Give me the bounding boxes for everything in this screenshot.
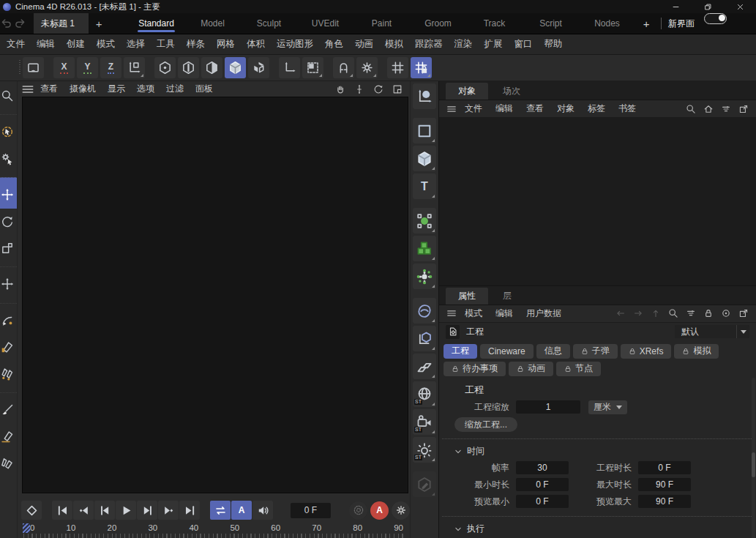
history-forward-icon[interactable]: [631, 308, 645, 318]
attribute-manager-menu-0[interactable]: 模式: [458, 307, 489, 320]
rotate-tool[interactable]: [0, 209, 17, 235]
volume-builder[interactable]: [413, 236, 436, 261]
sound-toggle-button[interactable]: [252, 501, 273, 520]
menubar-item-8[interactable]: 体积: [241, 38, 271, 51]
object-manager-menu-1[interactable]: 编辑: [489, 102, 520, 115]
scrollbar[interactable]: [752, 378, 755, 538]
timeline-ruler[interactable]: 0102030405060708090: [18, 523, 410, 538]
viewport-menu-1[interactable]: 摄像机: [64, 83, 102, 95]
texture-mode-button[interactable]: [248, 57, 269, 78]
layout-tab-paint[interactable]: Paint: [353, 13, 410, 34]
attribute-manager-tab-0[interactable]: 属性: [446, 288, 488, 305]
spline-arc-pen-tool[interactable]: [0, 303, 17, 335]
close-button[interactable]: [724, 0, 756, 13]
deformer-object[interactable]: [413, 298, 436, 324]
move-tool[interactable]: [0, 177, 17, 209]
document-tab[interactable]: 未标题 1: [34, 13, 89, 34]
object-manager-menu-5[interactable]: 书签: [612, 102, 643, 115]
instance-object[interactable]: [413, 326, 436, 351]
next-key-button[interactable]: [158, 501, 179, 520]
viewport-menu-icon[interactable]: [21, 83, 34, 96]
viewport-menu-3[interactable]: 选项: [131, 83, 160, 95]
zoom-view-icon[interactable]: [353, 84, 366, 94]
new-interface-toggle[interactable]: [704, 13, 727, 24]
current-frame-field[interactable]: 0 F: [291, 503, 331, 518]
coordinate-system-button[interactable]: [124, 57, 145, 78]
menubar-item-2[interactable]: 创建: [61, 38, 91, 51]
menubar-item-14[interactable]: 渲染: [449, 38, 479, 51]
lock-z-axis-button[interactable]: Z: [100, 57, 121, 78]
menubar-item-0[interactable]: 文件: [1, 38, 31, 51]
layout-tab-standard[interactable]: Standard: [128, 13, 184, 34]
history-back-icon[interactable]: [613, 308, 627, 318]
minimize-button[interactable]: [659, 0, 692, 13]
rotate-view-icon[interactable]: [372, 84, 385, 94]
time-section-header[interactable]: 时间: [439, 444, 756, 460]
edges-mode-button[interactable]: [201, 57, 222, 78]
menubar-item-17[interactable]: 帮助: [539, 38, 569, 51]
tweak-tool[interactable]: [0, 146, 17, 172]
redo-icon[interactable]: [13, 13, 26, 34]
filter-icon[interactable]: [719, 104, 733, 114]
scale-project-button[interactable]: 缩放工程...: [454, 417, 517, 432]
object-manager-menu-4[interactable]: 标签: [581, 102, 612, 115]
field-0[interactable]: 30: [516, 461, 569, 474]
field-3[interactable]: 90 F: [638, 478, 691, 491]
snap-button[interactable]: [333, 57, 354, 78]
next-frame-button[interactable]: [137, 501, 157, 520]
spline-pen-object[interactable]: [413, 83, 436, 109]
zoom-tool[interactable]: [0, 83, 17, 109]
object-manager-menu-icon[interactable]: [444, 104, 458, 114]
new-document-button[interactable]: +: [89, 13, 109, 34]
rectangle-spline[interactable]: [413, 118, 436, 143]
lock-icon[interactable]: [701, 308, 715, 318]
object-manager-tab-0[interactable]: 对象: [446, 83, 488, 100]
undo-icon[interactable]: [0, 13, 13, 34]
menubar-item-16[interactable]: 窗口: [509, 38, 539, 51]
autokey-mode-button[interactable]: A: [231, 501, 252, 520]
parent-icon[interactable]: [648, 308, 662, 318]
attribute-manager-menu-2[interactable]: 用户数据: [520, 307, 568, 320]
pan-hand-icon[interactable]: [334, 84, 347, 94]
loop-mode-button[interactable]: [210, 501, 231, 520]
layout-tab-sculpt[interactable]: Sculpt: [241, 13, 297, 34]
model-mode-button[interactable]: [225, 57, 246, 78]
category-tab-7[interactable]: 动画: [509, 362, 553, 376]
line-pen-tool[interactable]: [0, 424, 17, 450]
menubar-item-13[interactable]: 跟踪器: [409, 38, 449, 51]
object-manager-tab-1[interactable]: 场次: [490, 83, 533, 100]
points-mode-button[interactable]: [178, 57, 199, 78]
lock-y-axis-button[interactable]: Y: [77, 57, 98, 78]
menubar-item-11[interactable]: 动画: [349, 38, 379, 51]
lock-x-axis-button[interactable]: X: [53, 57, 75, 78]
toggle-views-icon[interactable]: [391, 84, 404, 94]
category-tab-5[interactable]: 模拟: [674, 344, 719, 359]
keying-settings-button[interactable]: [392, 501, 410, 520]
viewport-canvas[interactable]: [22, 97, 408, 493]
cloner-object[interactable]: [413, 208, 436, 233]
light-object[interactable]: ST: [413, 437, 436, 463]
simulation-object[interactable]: [413, 264, 436, 289]
go-to-start-button[interactable]: [52, 501, 72, 520]
menubar-item-10[interactable]: 角色: [319, 38, 349, 51]
field-1[interactable]: 0 F: [638, 461, 691, 474]
menubar-item-9[interactable]: 运动图形: [271, 38, 319, 51]
brush-tool[interactable]: [0, 392, 17, 424]
category-tab-3[interactable]: 子弹: [573, 344, 618, 359]
sketch-pen-tool[interactable]: [0, 450, 17, 477]
workplane-button[interactable]: [302, 57, 323, 78]
viewport-menu-0[interactable]: 查看: [34, 83, 64, 95]
object-manager-menu-0[interactable]: 文件: [458, 102, 489, 115]
attribute-menu-icon[interactable]: [444, 308, 458, 318]
menubar-item-12[interactable]: 模拟: [379, 38, 409, 51]
field-5[interactable]: 90 F: [638, 495, 691, 508]
viewport-menu-2[interactable]: 显示: [102, 83, 131, 95]
bridge-tool-button[interactable]: [23, 57, 44, 78]
enable-axis-button[interactable]: [279, 57, 300, 78]
object-tree-area[interactable]: [439, 118, 756, 286]
autokey-record-button[interactable]: A: [370, 501, 389, 520]
make-editable-button[interactable]: [154, 57, 176, 78]
layout-tab-nodes[interactable]: Nodes: [579, 13, 635, 34]
snap-settings-button[interactable]: [356, 57, 378, 78]
search-icon[interactable]: [666, 308, 680, 318]
